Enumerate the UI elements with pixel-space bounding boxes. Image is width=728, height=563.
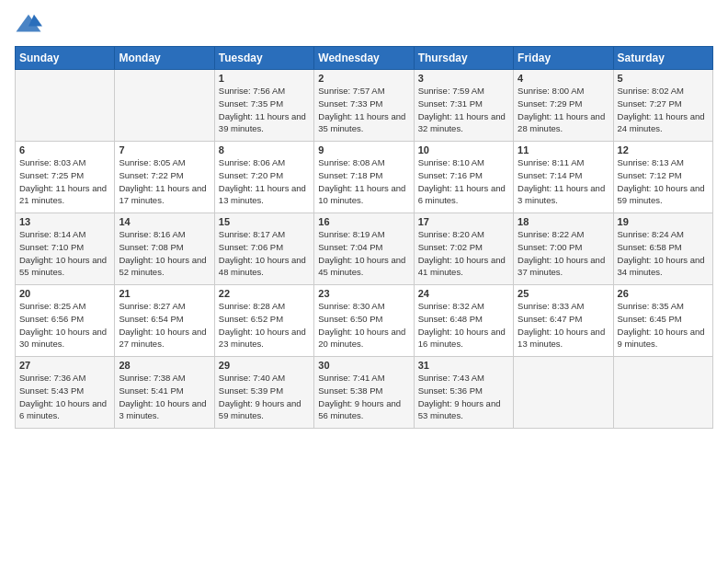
page: SundayMondayTuesdayWednesdayThursdayFrid… [0,0,728,563]
day-number: 24 [418,288,509,299]
day-info: Sunrise: 8:22 AM Sunset: 7:00 PM Dayligh… [518,228,609,279]
day-cell: 22Sunrise: 8:28 AM Sunset: 6:52 PM Dayli… [214,285,313,357]
day-info: Sunrise: 7:43 AM Sunset: 5:36 PM Dayligh… [418,372,509,422]
day-info: Sunrise: 8:28 AM Sunset: 6:52 PM Dayligh… [219,300,310,350]
day-number: 6 [19,144,110,155]
day-info: Sunrise: 7:40 AM Sunset: 5:39 PM Dayligh… [219,372,310,422]
day-number: 15 [219,216,310,227]
week-row-3: 13Sunrise: 8:14 AM Sunset: 7:10 PM Dayli… [16,213,713,285]
day-number: 13 [19,216,110,227]
day-cell [613,357,712,429]
day-cell: 21Sunrise: 8:27 AM Sunset: 6:54 PM Dayli… [115,285,214,357]
day-number: 11 [518,144,609,155]
day-number: 18 [518,216,609,227]
header-cell-wednesday: Wednesday [314,47,414,70]
day-number: 9 [318,144,409,155]
day-number: 1 [219,73,310,84]
day-number: 5 [618,73,709,84]
day-cell: 14Sunrise: 8:16 AM Sunset: 7:08 PM Dayli… [115,213,214,285]
day-cell: 9Sunrise: 8:08 AM Sunset: 7:18 PM Daylig… [314,142,414,213]
day-number: 29 [219,360,310,371]
day-number: 2 [318,73,409,84]
day-cell: 2Sunrise: 7:57 AM Sunset: 7:33 PM Daylig… [314,70,414,142]
day-cell [115,70,214,142]
day-cell: 20Sunrise: 8:25 AM Sunset: 6:56 PM Dayli… [16,285,115,357]
day-info: Sunrise: 8:33 AM Sunset: 6:47 PM Dayligh… [518,300,609,350]
day-cell: 19Sunrise: 8:24 AM Sunset: 6:58 PM Dayli… [613,213,712,285]
day-info: Sunrise: 8:14 AM Sunset: 7:10 PM Dayligh… [19,228,110,279]
day-number: 27 [19,360,110,371]
logo [15,11,46,39]
day-info: Sunrise: 7:59 AM Sunset: 7:31 PM Dayligh… [418,85,509,135]
day-cell: 7Sunrise: 8:05 AM Sunset: 7:22 PM Daylig… [115,142,214,213]
day-number: 20 [19,288,110,299]
day-info: Sunrise: 8:17 AM Sunset: 7:06 PM Dayligh… [219,228,310,279]
day-number: 14 [119,216,210,227]
day-cell: 6Sunrise: 8:03 AM Sunset: 7:25 PM Daylig… [16,142,115,213]
day-info: Sunrise: 8:00 AM Sunset: 7:29 PM Dayligh… [518,85,609,135]
header-row: SundayMondayTuesdayWednesdayThursdayFrid… [16,47,713,70]
day-cell: 4Sunrise: 8:00 AM Sunset: 7:29 PM Daylig… [514,70,613,142]
day-cell: 8Sunrise: 8:06 AM Sunset: 7:20 PM Daylig… [214,142,313,213]
header-cell-monday: Monday [115,47,214,70]
header-cell-friday: Friday [514,47,613,70]
header-cell-saturday: Saturday [613,47,712,70]
day-info: Sunrise: 8:16 AM Sunset: 7:08 PM Dayligh… [119,228,210,279]
day-cell: 15Sunrise: 8:17 AM Sunset: 7:06 PM Dayli… [214,213,313,285]
day-info: Sunrise: 8:08 AM Sunset: 7:18 PM Dayligh… [318,156,409,207]
day-info: Sunrise: 7:38 AM Sunset: 5:41 PM Dayligh… [119,372,210,422]
day-cell: 13Sunrise: 8:14 AM Sunset: 7:10 PM Dayli… [16,213,115,285]
day-number: 12 [618,144,709,155]
day-number: 17 [418,216,509,227]
day-number: 21 [119,288,210,299]
day-cell: 25Sunrise: 8:33 AM Sunset: 6:47 PM Dayli… [514,285,613,357]
day-cell: 17Sunrise: 8:20 AM Sunset: 7:02 PM Dayli… [414,213,513,285]
logo-icon [15,11,42,39]
day-number: 23 [318,288,409,299]
day-cell: 24Sunrise: 8:32 AM Sunset: 6:48 PM Dayli… [414,285,513,357]
day-number: 19 [618,216,709,227]
week-row-5: 27Sunrise: 7:36 AM Sunset: 5:43 PM Dayli… [16,357,713,429]
day-cell: 16Sunrise: 8:19 AM Sunset: 7:04 PM Dayli… [314,213,414,285]
day-cell: 28Sunrise: 7:38 AM Sunset: 5:41 PM Dayli… [115,357,214,429]
day-info: Sunrise: 8:06 AM Sunset: 7:20 PM Dayligh… [219,156,310,207]
day-number: 31 [418,360,509,371]
day-info: Sunrise: 8:24 AM Sunset: 6:58 PM Dayligh… [618,228,709,279]
day-cell: 10Sunrise: 8:10 AM Sunset: 7:16 PM Dayli… [414,142,513,213]
day-info: Sunrise: 8:11 AM Sunset: 7:14 PM Dayligh… [518,156,609,207]
day-info: Sunrise: 7:56 AM Sunset: 7:35 PM Dayligh… [219,85,310,135]
day-number: 16 [318,216,409,227]
day-info: Sunrise: 8:30 AM Sunset: 6:50 PM Dayligh… [318,300,409,350]
week-row-2: 6Sunrise: 8:03 AM Sunset: 7:25 PM Daylig… [16,142,713,213]
day-number: 4 [518,73,609,84]
day-info: Sunrise: 8:20 AM Sunset: 7:02 PM Dayligh… [418,228,509,279]
header-cell-tuesday: Tuesday [214,47,313,70]
day-cell: 26Sunrise: 8:35 AM Sunset: 6:45 PM Dayli… [613,285,712,357]
day-cell [514,357,613,429]
day-info: Sunrise: 7:41 AM Sunset: 5:38 PM Dayligh… [318,372,409,422]
day-number: 26 [618,288,709,299]
day-info: Sunrise: 8:25 AM Sunset: 6:56 PM Dayligh… [19,300,110,350]
day-info: Sunrise: 7:36 AM Sunset: 5:43 PM Dayligh… [19,372,110,422]
day-cell: 27Sunrise: 7:36 AM Sunset: 5:43 PM Dayli… [16,357,115,429]
day-info: Sunrise: 8:05 AM Sunset: 7:22 PM Dayligh… [119,156,210,207]
day-cell [16,70,115,142]
day-cell: 3Sunrise: 7:59 AM Sunset: 7:31 PM Daylig… [414,70,513,142]
day-cell: 1Sunrise: 7:56 AM Sunset: 7:35 PM Daylig… [214,70,313,142]
day-info: Sunrise: 8:32 AM Sunset: 6:48 PM Dayligh… [418,300,509,350]
day-number: 22 [219,288,310,299]
day-number: 3 [418,73,509,84]
day-number: 30 [318,360,409,371]
day-number: 28 [119,360,210,371]
day-cell: 11Sunrise: 8:11 AM Sunset: 7:14 PM Dayli… [514,142,613,213]
day-info: Sunrise: 8:13 AM Sunset: 7:12 PM Dayligh… [618,156,709,207]
day-number: 7 [119,144,210,155]
header-cell-thursday: Thursday [414,47,513,70]
header-cell-sunday: Sunday [16,47,115,70]
day-info: Sunrise: 8:19 AM Sunset: 7:04 PM Dayligh… [318,228,409,279]
day-number: 25 [518,288,609,299]
day-cell: 12Sunrise: 8:13 AM Sunset: 7:12 PM Dayli… [613,142,712,213]
day-number: 10 [418,144,509,155]
day-cell: 30Sunrise: 7:41 AM Sunset: 5:38 PM Dayli… [314,357,414,429]
header [15,11,713,39]
